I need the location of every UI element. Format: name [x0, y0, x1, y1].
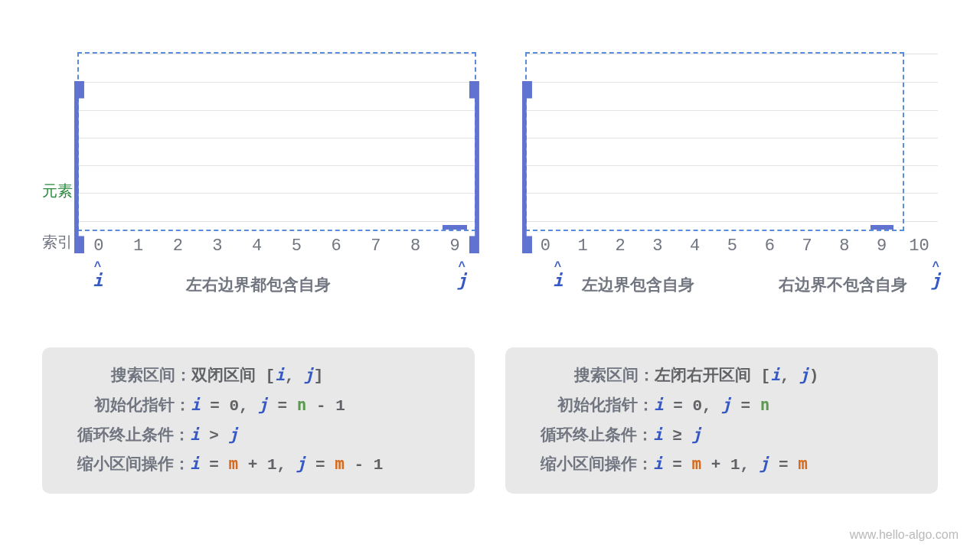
bar-col	[435, 225, 475, 230]
chart-left: 元素 索引 [ ] 0123456789	[42, 54, 475, 253]
info-stop: 循环终止条件：i ≥ j	[528, 421, 915, 451]
pointer-j-left: ^j	[457, 263, 467, 290]
index-label: 0	[79, 236, 119, 256]
index-label: 1	[564, 236, 602, 256]
index-label: 4	[676, 236, 714, 256]
bars-area-left: [ ] 0123456789	[79, 54, 475, 253]
pointer-row-left: ^i 左右边界都包含自身 ^j	[42, 263, 475, 302]
index-label: 0	[527, 236, 564, 256]
bar-col	[863, 225, 900, 230]
info-shrink: 缩小区间操作：i = m + 1, j = m - 1	[65, 450, 452, 480]
main-container: 元素 索引 [ ] 0123456789	[0, 0, 980, 494]
index-label: 7	[356, 236, 396, 256]
info-interval: 搜索区间：双闭区间 [i, j]	[65, 361, 452, 391]
index-label: 2	[602, 236, 639, 256]
index-label: 5	[714, 236, 751, 256]
pointer-row-right: ^i 左边界包含自身 右边界不包含自身 ^j	[505, 263, 938, 302]
index-label: 6	[751, 236, 789, 256]
caption-right-2: 右边界不包含自身	[779, 274, 907, 295]
index-row-left: 0123456789	[79, 236, 475, 256]
index-label: 2	[158, 236, 198, 256]
index-label: 8	[826, 236, 864, 256]
index-label: 3	[198, 236, 237, 256]
info-init: 初始化指针：i = 0, j = n - 1	[65, 391, 452, 421]
index-label: 10	[900, 236, 938, 256]
index-label: 5	[277, 236, 317, 256]
bars-area-right: [ 012345678910	[527, 54, 938, 253]
index-label: 8	[396, 236, 436, 256]
index-label: 7	[789, 236, 826, 256]
panel-closed-interval: 元素 索引 [ ] 0123456789	[42, 54, 475, 494]
index-row-right: 012345678910	[527, 236, 938, 256]
index-label: 1	[119, 236, 158, 256]
info-box-right: 搜索区间：左闭右开区间 [i, j) 初始化指针：i = 0, j = n 循环…	[505, 347, 938, 494]
chart-right: 元索 [ 012345678910	[505, 54, 938, 253]
caption-right-1: 左边界包含自身	[582, 274, 694, 295]
watermark: www.hello-algo.com	[850, 528, 959, 542]
pointer-i-left: ^i	[93, 263, 103, 290]
info-stop: 循环终止条件：i > j	[65, 421, 452, 451]
bar	[443, 225, 467, 230]
index-label: 3	[639, 236, 676, 256]
index-label: 4	[237, 236, 277, 256]
caption-left: 左右边界都包含自身	[186, 274, 331, 295]
pointer-j-right: ^j	[931, 263, 941, 290]
bar	[871, 225, 893, 230]
pointer-i-right: ^i	[553, 263, 563, 290]
info-box-left: 搜索区间：双闭区间 [i, j] 初始化指针：i = 0, j = n - 1 …	[42, 347, 475, 494]
panel-halfopen-interval: 元索 [ 012345678910 ^i	[505, 54, 938, 494]
index-label: 6	[316, 236, 356, 256]
index-label: 9	[863, 236, 900, 256]
info-interval: 搜索区间：左闭右开区间 [i, j)	[528, 361, 915, 391]
info-init: 初始化指针：i = 0, j = n	[528, 391, 915, 421]
info-shrink: 缩小区间操作：i = m + 1, j = m	[528, 450, 915, 480]
index-label: 9	[435, 236, 475, 256]
